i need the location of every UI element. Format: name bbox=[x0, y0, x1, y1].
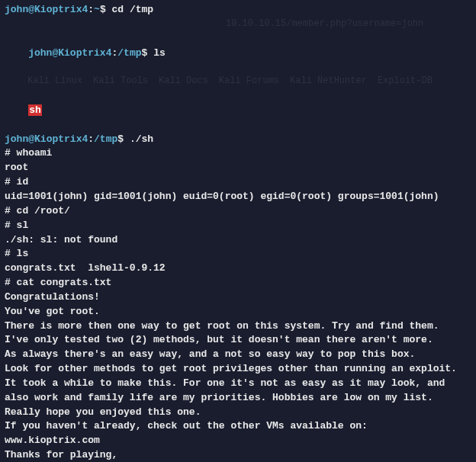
prompt-line-2: 10.10.10.15/member.php?username=john joh… bbox=[5, 18, 471, 75]
out-id-result: uid=1001(john) gid=1001(john) euid=0(roo… bbox=[5, 190, 471, 204]
bg-kali-tools: Kali Tools bbox=[93, 75, 148, 88]
sh-output-line: Kali Linux Kali Tools Kali Docs Kali For… bbox=[5, 75, 471, 132]
prompt-line-1: john@Kioptrix4:~$ cd /tmp bbox=[5, 3, 471, 18]
command-cd-tmp: cd /tmp bbox=[112, 4, 154, 15]
out-gotroot: You've got root. bbox=[5, 305, 471, 319]
prompt-path-tmp: /tmp bbox=[94, 133, 117, 145]
bg-kali-forums: Kali Forums bbox=[219, 75, 279, 88]
out-p1-l3: As always there's an easy way, and a not… bbox=[5, 348, 471, 362]
bg-kali-docs: Kali Docs bbox=[159, 75, 208, 88]
url-hint: 10.10.10.15/member.php?username=john bbox=[226, 18, 423, 30]
out-p1-l2: I've only tested two (2) methods, but it… bbox=[5, 333, 471, 348]
out-thanks: Thanks for playing, bbox=[5, 448, 471, 462]
prompt-user: john bbox=[28, 47, 52, 59]
dollar: $ bbox=[142, 47, 148, 59]
out-cat: # cat congrats.txt bbox=[5, 276, 471, 290]
out-sl: # sl bbox=[5, 219, 471, 233]
out-congrats: Congratulations! bbox=[5, 290, 471, 305]
colon: : bbox=[88, 4, 94, 15]
terminal[interactable]: john@Kioptrix4:~$ cd /tmp 10.10.10.15/me… bbox=[5, 3, 471, 462]
out-root: root bbox=[5, 161, 471, 175]
prompt-host: Kioptrix4 bbox=[58, 47, 111, 59]
background-bookmark-items: Kali Linux Kali Tools Kali Docs Kali For… bbox=[5, 75, 471, 88]
at-sign: @ bbox=[28, 4, 34, 15]
background-bookmark-row: 10.10.10.15/member.php?username=john bbox=[5, 18, 471, 30]
out-p2-l1: It took a while to make this. For one it… bbox=[5, 377, 471, 391]
out-ls-result: congrats.txt lshell-0.9.12 bbox=[5, 261, 471, 276]
prompt-user: john bbox=[5, 133, 28, 145]
command-ls: ls bbox=[153, 47, 166, 59]
at-sign: @ bbox=[28, 133, 34, 145]
out-p1-l4: Look for other methods to get root privi… bbox=[5, 362, 471, 377]
out-id-cmd: # id bbox=[5, 175, 471, 190]
dollar: $ bbox=[117, 133, 124, 145]
colon: : bbox=[88, 133, 94, 145]
prompt-path-home: ~ bbox=[94, 4, 100, 15]
prompt-host: Kioptrix4 bbox=[34, 133, 88, 145]
prompt-path-tmp: /tmp bbox=[117, 47, 141, 59]
out-p2-l2: also work and family life are my priorit… bbox=[5, 391, 471, 406]
dollar: $ bbox=[100, 4, 106, 15]
out-cd-root: # cd /root/ bbox=[5, 204, 471, 219]
prompt-user: john bbox=[5, 4, 28, 15]
prompt-host: Kioptrix4 bbox=[34, 4, 88, 15]
prompt-line-3: john@Kioptrix4:/tmp$ ./sh bbox=[5, 133, 471, 147]
out-sl-notfound: ./sh: sl: not found bbox=[5, 233, 471, 248]
out-p1-l1: There is more then one way to get root o… bbox=[5, 319, 471, 334]
out-ls: # ls bbox=[5, 247, 471, 261]
out-url: www.kioptrix.com bbox=[5, 434, 471, 448]
bg-exploit-db: Exploit-DB bbox=[378, 75, 433, 88]
sh-highlight: sh bbox=[28, 104, 42, 116]
out-p2-l3: Really hope you enjoyed this one. bbox=[5, 406, 471, 420]
out-p3-l1: If you haven't already, check out the ot… bbox=[5, 419, 471, 434]
command-run-sh: ./sh bbox=[130, 133, 153, 145]
out-whoami: # whoami bbox=[5, 146, 471, 161]
bg-kali-linux: Kali Linux bbox=[27, 75, 82, 88]
bg-kali-nethunter: Kali NetHunter bbox=[290, 75, 367, 88]
